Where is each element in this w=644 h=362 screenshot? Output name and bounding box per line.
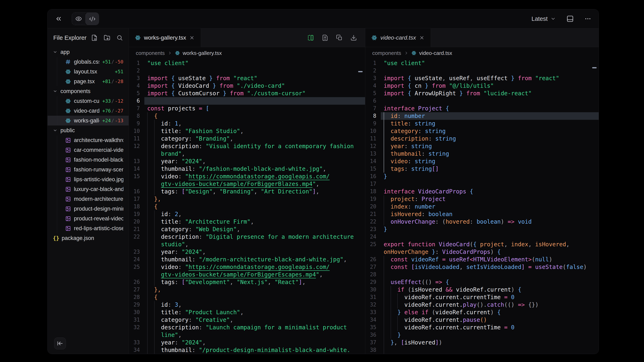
file-item-layout.tsx[interactable]: layout.tsx+51 bbox=[48, 67, 129, 76]
file-plus-icon[interactable] bbox=[91, 34, 98, 41]
file-item-luxury-car-black-and-[interactable]: luxury-car-black-and-… bbox=[48, 184, 129, 194]
code-line-25[interactable]: 25video: "https://commondatastorage.goog… bbox=[129, 263, 365, 278]
code-line-29[interactable]: 29id: 3, bbox=[129, 301, 365, 309]
code-editor[interactable]: 1"use client"23import { useState, useRef… bbox=[365, 59, 599, 354]
code-line-10[interactable]: 10title: "Fashion Studio", bbox=[129, 127, 365, 135]
code-line-1[interactable]: 1"use client" bbox=[365, 59, 599, 67]
code-line-29[interactable]: 29useEffect(() => { bbox=[365, 278, 599, 286]
close-icon[interactable] bbox=[189, 35, 194, 40]
code-line-21[interactable]: 21isHovered: boolean bbox=[365, 210, 599, 218]
panel-bottom-icon[interactable] bbox=[566, 15, 574, 22]
code-toggle[interactable] bbox=[85, 13, 99, 25]
code-line-7[interactable]: 7interface Project { bbox=[365, 105, 599, 112]
code-line-5[interactable]: 5import { ArrowUpRight } from "lucide-re… bbox=[365, 90, 599, 97]
code-line-19[interactable]: 19id: 2, bbox=[129, 210, 365, 218]
code-line-4[interactable]: 4import { cn } from "@/lib/utils" bbox=[365, 82, 599, 90]
code-line-9[interactable]: 9title: string bbox=[365, 120, 599, 127]
file-item-custom-curs-[interactable]: custom-curs…+33/-12 bbox=[48, 96, 129, 106]
code-line-11[interactable]: 11category: "Branding", bbox=[129, 135, 365, 142]
file-item-product-design-minim-[interactable]: product-design-minim… bbox=[48, 204, 129, 214]
chevrons-left-icon[interactable] bbox=[55, 15, 62, 22]
code-line-3[interactable]: 3import { useState, useRef, useEffect } … bbox=[365, 74, 599, 82]
code-line-9[interactable]: 9id: 1, bbox=[129, 120, 365, 127]
code-line-24[interactable]: 24thumbnail: "/modern-architecture-black… bbox=[129, 256, 365, 263]
code-line-7[interactable]: 7const projects = [ bbox=[129, 105, 365, 112]
code-line-20[interactable]: 20title: "Architecture Firm", bbox=[129, 218, 365, 226]
code-line-13[interactable]: 13year: "2024", bbox=[129, 158, 365, 165]
code-line-31[interactable]: 31category: "Creative", bbox=[129, 316, 365, 324]
code-line-12[interactable]: 12year: string bbox=[365, 142, 599, 150]
code-line-4[interactable]: 4import { VideoCard } from "./video-card… bbox=[129, 82, 365, 90]
code-line-26[interactable]: 26tags: ["Development", "Next.js", "Reac… bbox=[129, 278, 365, 286]
code-line-18[interactable]: 18interface VideoCardProps { bbox=[365, 188, 599, 195]
file-item-fashion-runway-scen-[interactable]: fashion-runway-scen… bbox=[48, 165, 129, 174]
download-icon[interactable] bbox=[350, 34, 357, 41]
code-line-2[interactable]: 2 bbox=[129, 67, 365, 74]
code-line-31[interactable]: 31videoRef.current.currentTime = 0 bbox=[365, 294, 599, 301]
tab-works-gallery[interactable]: works-gallery.tsx bbox=[129, 28, 201, 47]
collapse-sidebar-button[interactable] bbox=[54, 338, 66, 349]
copy-icon[interactable] bbox=[336, 34, 342, 41]
tab-video-card[interactable]: video-card.tsx bbox=[365, 28, 431, 47]
file-item-product-reveal-video.j-[interactable]: product-reveal-video.j… bbox=[48, 214, 129, 223]
code-line-16[interactable]: 16} bbox=[365, 173, 599, 180]
search-icon[interactable] bbox=[116, 34, 123, 41]
preview-toggle[interactable] bbox=[72, 13, 85, 25]
code-line-28[interactable]: 28{ bbox=[129, 294, 365, 301]
code-line-25[interactable]: 25export function VideoCard({ project, i… bbox=[365, 241, 599, 256]
code-line-21[interactable]: 21category: "Web Design", bbox=[129, 226, 365, 233]
code-line-11[interactable]: 11description: string bbox=[365, 135, 599, 142]
file-item-package.json[interactable]: {}package.json bbox=[48, 233, 129, 243]
code-line-17[interactable]: 17 bbox=[365, 180, 599, 188]
code-line-18[interactable]: 18{ bbox=[129, 203, 365, 210]
code-line-33[interactable]: 33year: "2024", bbox=[129, 339, 365, 346]
file-item-video-card.tsx[interactable]: video-card.tsx+76/-27 bbox=[48, 106, 129, 116]
code-line-15[interactable]: 15tags: string[] bbox=[365, 165, 599, 173]
file-item-lips-artistic-video.jpg[interactable]: lips-artistic-video.jpg bbox=[48, 174, 129, 184]
breadcrumb-file[interactable]: works-gallery.tsx bbox=[183, 50, 222, 56]
code-line-6[interactable]: 6 bbox=[365, 97, 599, 105]
code-line-20[interactable]: 20index: number bbox=[365, 203, 599, 210]
code-line-30[interactable]: 30if (isHovered && videoRef.current) { bbox=[365, 286, 599, 294]
code-line-14[interactable]: 14video: string bbox=[365, 158, 599, 165]
close-icon[interactable] bbox=[419, 35, 424, 40]
code-line-14[interactable]: 14thumbnail: "/fashion-model-black-and-w… bbox=[129, 165, 365, 173]
code-line-8[interactable]: 8{ bbox=[129, 112, 365, 120]
code-line-34[interactable]: 34videoRef.current.pause() bbox=[365, 316, 599, 324]
code-line-38[interactable]: 38 bbox=[365, 346, 599, 354]
version-dropdown[interactable]: Latest bbox=[532, 15, 556, 22]
file-diff-icon[interactable] bbox=[322, 34, 328, 41]
folder-item-components[interactable]: components bbox=[48, 86, 129, 96]
code-line-37[interactable]: 37}, [isHovered]) bbox=[365, 339, 599, 346]
code-line-35[interactable]: 35videoRef.current.currentTime = 0 bbox=[365, 324, 599, 331]
code-line-32[interactable]: 32description: "Launch campaign for a mi… bbox=[129, 324, 365, 339]
file-item-page.tsx[interactable]: page.tsx+81/-28 bbox=[48, 76, 129, 86]
breadcrumb-folder[interactable]: components bbox=[372, 50, 401, 56]
code-line-24[interactable]: 24 bbox=[365, 233, 599, 241]
file-item-fashion-model-black-[interactable]: fashion-model-black-… bbox=[48, 155, 129, 165]
file-item-red-lips-artistic-close-[interactable]: red-lips-artistic-close… bbox=[48, 223, 129, 233]
code-line-5[interactable]: 5import { CustomCursor } from "./custom-… bbox=[129, 90, 365, 97]
code-line-27[interactable]: 27const [isVideoLoaded, setIsVideoLoaded… bbox=[365, 263, 599, 271]
code-line-16[interactable]: 16tags: ["Design", "Branding", "Art Dire… bbox=[129, 188, 365, 195]
file-item-works-galler-[interactable]: works-galler…+24/-13 bbox=[48, 116, 129, 125]
code-line-36[interactable]: 36} bbox=[365, 331, 599, 339]
split-editor-icon[interactable] bbox=[307, 34, 314, 41]
folder-item-public[interactable]: public bbox=[48, 125, 129, 135]
code-line-2[interactable]: 2 bbox=[365, 67, 599, 74]
code-line-28[interactable]: 28 bbox=[365, 271, 599, 278]
code-line-32[interactable]: 32videoRef.current.play().catch(() => {}… bbox=[365, 301, 599, 309]
code-line-8[interactable]: 8id: number bbox=[365, 112, 599, 120]
code-line-22[interactable]: 22description: "Digital presence for a m… bbox=[129, 233, 365, 248]
code-line-23[interactable]: 23year: "2024", bbox=[129, 248, 365, 256]
scrollbar-thumb[interactable] bbox=[592, 67, 597, 68]
code-line-10[interactable]: 10category: string bbox=[365, 127, 599, 135]
folder-item-app[interactable]: app bbox=[48, 47, 129, 57]
code-line-30[interactable]: 30title: "Product Launch", bbox=[129, 309, 365, 316]
code-line-27[interactable]: 27}, bbox=[129, 286, 365, 294]
file-item-modern-architecture-[interactable]: modern-architecture-… bbox=[48, 194, 129, 204]
code-line-13[interactable]: 13thumbnail: string bbox=[365, 150, 599, 158]
breadcrumb-file[interactable]: video-card.tsx bbox=[419, 50, 452, 56]
code-line-3[interactable]: 3import { useState } from "react" bbox=[129, 74, 365, 82]
file-item-architecture-walkthro-[interactable]: architecture-walkthro… bbox=[48, 135, 129, 145]
